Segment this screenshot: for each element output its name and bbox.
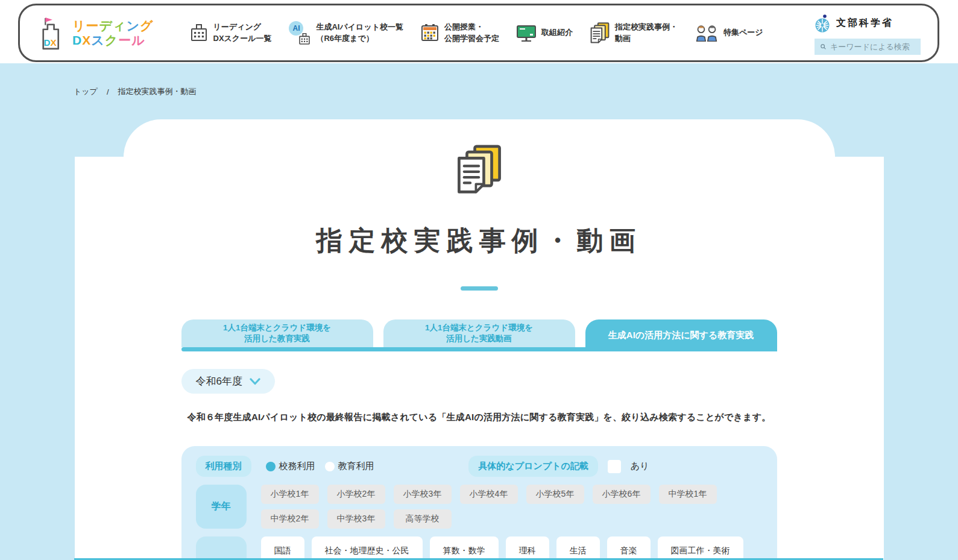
subject-filter-row: 国語 社会・地理歴史・公民 算数・数学 理科 生活 音楽 図画工作・美術 — [196, 536, 763, 560]
svg-text:DX: DX — [44, 37, 57, 48]
search-box[interactable] — [815, 39, 921, 55]
nav-item-practice-examples[interactable]: 指定校実践事例・ 動画 — [590, 22, 678, 45]
search-icon — [821, 42, 826, 51]
grade-option[interactable]: 小学校4年 — [460, 485, 518, 504]
logo-building-icon: DX — [37, 16, 67, 50]
subject-option[interactable]: 図画工作・美術 — [658, 536, 743, 560]
grade-option[interactable]: 中学校3年 — [327, 509, 385, 529]
tab-generative-ai-practice[interactable]: 生成AIの活用方法に関する教育実践 — [585, 319, 777, 351]
grade-option[interactable]: 小学校6年 — [593, 485, 651, 504]
subject-option[interactable]: 算数・数学 — [430, 536, 499, 560]
calendar-icon — [421, 24, 439, 42]
breadcrumb-current: 指定校実践事例・動画 — [118, 86, 197, 97]
year-select[interactable]: 令和6年度 — [181, 369, 275, 394]
usage-type-options: 校務利用 教育利用 — [266, 461, 374, 472]
mext-link[interactable]: 文部科学省 — [815, 14, 893, 33]
nav-label: 生成AIパイロット校一覧 （R6年度まで） — [316, 22, 403, 45]
grade-options: 小学校1年 小学校2年 小学校3年 小学校4年 小学校5年 小学校6年 中学校1… — [261, 485, 763, 529]
nav-item-ai-pilot-schools[interactable]: AI 生成AIパイロット校一覧 （R6年度まで） — [289, 21, 403, 45]
content-card: 指定校実践事例・動画 1人1台端末とクラウド環境を 活用した教育実践 1人1台端… — [75, 119, 884, 560]
page-description: 令和６年度生成AIパイロット校の最終報告に掲載されている「生成AIの活用方法に関… — [188, 412, 771, 423]
title-divider — [461, 286, 498, 291]
page-background: トップ / 指定校実践事例・動画 指定校実践事例・動画 1 — [0, 63, 958, 560]
radio-school-affairs-use[interactable]: 校務利用 — [266, 461, 315, 472]
grade-option[interactable]: 中学校2年 — [261, 509, 319, 529]
nav-label: 公開授業・ 公開学習会予定 — [444, 22, 499, 45]
logo-line1: リーディング — [72, 19, 154, 33]
radio-education-use[interactable]: 教育利用 — [325, 461, 374, 472]
mext-label: 文部科学省 — [836, 17, 893, 30]
subject-label — [196, 536, 247, 560]
nav-label: 指定校実践事例・ 動画 — [615, 22, 678, 45]
breadcrumb-separator: / — [107, 87, 109, 96]
blackboard-icon — [517, 25, 536, 42]
site-logo[interactable]: DX リーディング DXスクール — [37, 16, 154, 50]
nav-label: リーディング DXスクール一覧 — [213, 22, 272, 45]
subject-options: 国語 社会・地理歴史・公民 算数・数学 理科 生活 音楽 図画工作・美術 — [261, 536, 763, 560]
tab-device-cloud-videos[interactable]: 1人1台端末とクラウド環境を 活用した実践動画 — [383, 319, 575, 347]
grade-option[interactable]: 小学校2年 — [327, 485, 385, 504]
grade-option[interactable]: 高等学校 — [394, 509, 452, 529]
tabs: 1人1台端末とクラウド環境を 活用した教育実践 1人1台端末とクラウド環境を 活… — [181, 319, 777, 351]
mext-logo-icon — [815, 14, 831, 33]
documents-icon — [456, 145, 502, 195]
nav-label: 取組紹介 — [541, 27, 573, 39]
radio-icon — [325, 462, 335, 471]
main-nav: リーディング DXスクール一覧 AI 生成AIパイロット校一覧 （R6年度まで） — [190, 21, 763, 45]
nav-item-dx-school-list[interactable]: リーディング DXスクール一覧 — [190, 22, 272, 45]
grade-label: 学年 — [196, 485, 247, 529]
subject-option[interactable]: 社会・地理歴史・公民 — [312, 536, 423, 560]
school-icon — [190, 24, 208, 42]
header-right: 文部科学省 — [815, 11, 921, 55]
nav-item-open-classes[interactable]: 公開授業・ 公開学習会予定 — [421, 22, 499, 45]
nav-label: 特集ページ — [723, 27, 763, 39]
year-select-value: 令和6年度 — [196, 374, 242, 388]
grade-option[interactable]: 小学校1年 — [261, 485, 319, 504]
subject-option[interactable]: 理科 — [506, 536, 549, 560]
prompt-label: 具体的なプロンプトの記載 — [468, 456, 597, 477]
nav-item-initiatives[interactable]: 取組紹介 — [517, 25, 573, 42]
chevron-down-icon — [250, 378, 260, 385]
search-input[interactable] — [830, 42, 915, 51]
prompt-checkbox[interactable] — [608, 460, 621, 473]
people-icon — [695, 25, 718, 42]
logo-text: リーディング DXスクール — [72, 19, 154, 47]
radio-icon — [266, 462, 276, 471]
prompt-filter: 具体的なプロンプトの記載 あり — [468, 456, 649, 477]
subject-option[interactable]: 音楽 — [607, 536, 651, 560]
tab-device-cloud-practice[interactable]: 1人1台端末とクラウド環境を 活用した教育実践 — [181, 319, 373, 347]
grade-filter-row: 学年 小学校1年 小学校2年 小学校3年 小学校4年 小学校5年 小学校6年 中… — [196, 485, 763, 529]
filter-panel: 利用種別 校務利用 教育利用 具体的なプロンプトの記載 — [181, 446, 777, 560]
nav-item-feature-pages[interactable]: 特集ページ — [695, 25, 763, 42]
grade-option[interactable]: 小学校5年 — [526, 485, 584, 504]
page-title: 指定校実践事例・動画 — [317, 223, 642, 259]
subject-option[interactable]: 国語 — [261, 536, 304, 560]
site-header: DX リーディング DXスクール リーディング DXスクール一覧 — [18, 4, 939, 62]
school-icon — [298, 33, 310, 45]
usage-type-label: 利用種別 — [196, 456, 251, 477]
breadcrumb: トップ / 指定校実践事例・動画 — [0, 63, 958, 97]
breadcrumb-home[interactable]: トップ — [74, 86, 98, 97]
grade-option[interactable]: 小学校3年 — [394, 485, 452, 504]
prompt-checkbox-label: あり — [631, 461, 649, 472]
logo-line2: DXスクール — [72, 33, 154, 48]
documents-icon — [590, 22, 610, 44]
grade-option[interactable]: 中学校1年 — [659, 485, 717, 504]
ai-school-icon: AI — [289, 21, 310, 45]
subject-option[interactable]: 生活 — [556, 536, 600, 560]
